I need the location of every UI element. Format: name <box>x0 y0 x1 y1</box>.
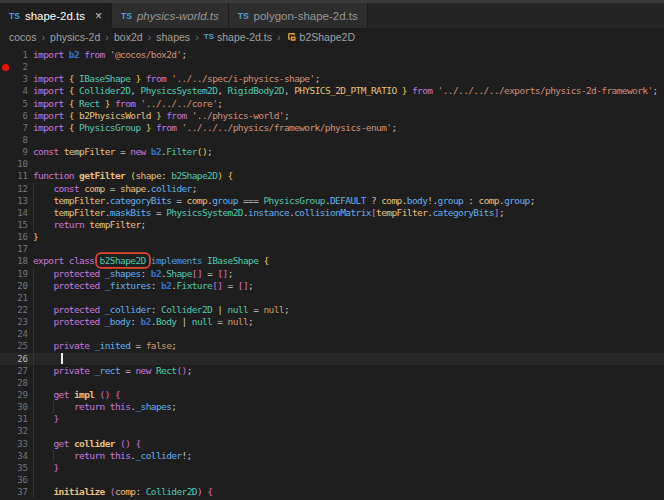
code-line[interactable]: 34 return this._collider!; <box>0 450 664 462</box>
breakpoint-icon[interactable] <box>2 64 9 71</box>
code-line[interactable]: 27 private _rect = new Rect(); <box>0 365 664 377</box>
breakpoint-margin[interactable] <box>0 353 12 365</box>
code-line[interactable]: 13 tempFilter.categoryBits = comp.group … <box>0 195 664 207</box>
code-line[interactable]: 2 <box>0 61 664 73</box>
tab-polygon-shape-2d-ts[interactable]: TSpolygon-shape-2d.ts <box>229 3 368 28</box>
breakpoint-margin[interactable] <box>0 425 12 437</box>
code-token: initialize <box>53 486 104 497</box>
code-token <box>33 365 53 376</box>
breakpoint-margin[interactable] <box>0 280 12 292</box>
breakpoint-margin[interactable] <box>0 486 12 498</box>
code-line[interactable]: 5import { Rect } from '../../../core'; <box>0 98 664 110</box>
breakpoint-margin[interactable] <box>0 268 12 280</box>
code-line[interactable]: 4import { Collider2D, PhysicsSystem2D, R… <box>0 85 664 97</box>
code-line[interactable]: 35 } <box>0 462 664 474</box>
code-token: PhysicsGroup <box>263 195 324 206</box>
breadcrumb-item-shapes[interactable]: shapes <box>156 31 190 43</box>
breakpoint-margin[interactable] <box>0 73 12 85</box>
breakpoint-margin[interactable] <box>0 49 12 61</box>
code-line[interactable]: 28 <box>0 377 664 389</box>
breakpoint-margin[interactable] <box>0 170 12 182</box>
breakpoint-margin[interactable] <box>0 231 12 243</box>
breakpoint-margin[interactable] <box>0 340 12 352</box>
code-line[interactable]: 33 get collider () { <box>0 438 664 450</box>
breakpoint-margin[interactable] <box>0 158 12 170</box>
code-token: IBaseShape <box>207 255 258 266</box>
code-token <box>33 219 53 230</box>
breakpoint-margin[interactable] <box>0 389 12 401</box>
breakpoint-margin[interactable] <box>0 122 12 134</box>
breadcrumb-item-cocos[interactable]: cocos <box>9 31 36 43</box>
breakpoint-margin[interactable] <box>0 134 12 146</box>
breakpoint-margin[interactable] <box>0 243 12 255</box>
breadcrumb-item-physics-2d[interactable]: physics-2d <box>50 31 100 43</box>
indent-guide <box>33 316 34 328</box>
code-line[interactable]: 32 <box>0 425 664 437</box>
code-token: maskBits <box>110 207 151 218</box>
code-line[interactable]: 10 <box>0 158 664 170</box>
code-line[interactable]: 11function getFilter (shape: b2Shape2D) … <box>0 170 664 182</box>
breakpoint-margin[interactable] <box>0 255 12 267</box>
breakpoint-margin[interactable] <box>0 183 12 195</box>
code-line[interactable]: 37 initialize (comp: Collider2D) { <box>0 486 664 498</box>
code-line[interactable]: 26 <box>0 353 664 365</box>
breakpoint-margin[interactable] <box>0 438 12 450</box>
code-line[interactable]: 36 <box>0 474 664 486</box>
code-line[interactable]: 19 protected _shapes: b2.Shape[] = []; <box>0 268 664 280</box>
breakpoint-margin[interactable] <box>0 98 12 110</box>
breadcrumb-item-box2d[interactable]: box2d <box>114 31 143 43</box>
close-icon[interactable]: × <box>95 10 102 22</box>
code-line[interactable]: 3import { IBaseShape } from '../../spec/… <box>0 73 664 85</box>
code-editor[interactable]: 1import b2 from '@cocos/box2d';23import … <box>0 45 664 500</box>
breakpoint-margin[interactable] <box>0 207 12 219</box>
code-token: b2Shape2D <box>171 170 217 181</box>
code-line[interactable]: 9const tempFilter = new b2.Filter(); <box>0 146 664 158</box>
code-line[interactable]: 22 protected _collider: Collider2D | nul… <box>0 304 664 316</box>
code-line[interactable]: 6import { b2PhysicsWorld } from '../phys… <box>0 110 664 122</box>
code-line[interactable]: 7import { PhysicsGroup } from '../../../… <box>0 122 664 134</box>
code-token: comp <box>187 195 207 206</box>
tab-physics-world-ts[interactable]: TSphysics-world.ts <box>112 3 229 28</box>
breakpoint-margin[interactable] <box>0 377 12 389</box>
code-line[interactable]: 30 return this._shapes; <box>0 401 664 413</box>
breakpoint-margin[interactable] <box>0 85 12 97</box>
breakpoint-margin[interactable] <box>0 110 12 122</box>
breakpoint-margin[interactable] <box>0 328 12 340</box>
code-line[interactable]: 1import b2 from '@cocos/box2d'; <box>0 49 664 61</box>
breakpoint-margin[interactable] <box>0 61 12 73</box>
breakpoint-margin[interactable] <box>0 195 12 207</box>
breakpoint-margin[interactable] <box>0 365 12 377</box>
code-token <box>33 413 53 424</box>
breadcrumb-item-shape-2d-ts[interactable]: TSshape-2d.ts <box>204 31 272 43</box>
breadcrumb-item-b2Shape2D[interactable]: b2Shape2D <box>286 31 355 43</box>
breakpoint-margin[interactable] <box>0 304 12 316</box>
breakpoint-margin[interactable] <box>0 146 12 158</box>
code-line[interactable]: 8 <box>0 134 664 146</box>
code-token <box>33 195 53 206</box>
code-line[interactable]: 25 private _inited = false; <box>0 340 664 352</box>
code-line[interactable]: 24 <box>0 328 664 340</box>
code-line[interactable]: 31 } <box>0 413 664 425</box>
code-line[interactable]: 21 <box>0 292 664 304</box>
breakpoint-margin[interactable] <box>0 474 12 486</box>
code-line[interactable]: 15 return tempFilter; <box>0 219 664 231</box>
breakpoint-margin[interactable] <box>0 462 12 474</box>
breakpoint-margin[interactable] <box>0 413 12 425</box>
code-line[interactable]: 20 protected _fixtures: b2.Fixture[] = [… <box>0 280 664 292</box>
code-line[interactable]: 16} <box>0 231 664 243</box>
tab-shape-2d-ts[interactable]: TSshape-2d.ts× <box>0 3 112 28</box>
code-line[interactable]: 23 protected _body: b2.Body | null = nul… <box>0 316 664 328</box>
code-line-content: initialize (comp: Collider2D) { <box>33 486 664 498</box>
code-line[interactable]: 12 const comp = shape.collider; <box>0 183 664 195</box>
line-number: 26 <box>12 353 28 365</box>
code-token: '../../spec/i-physics-shape' <box>171 73 314 84</box>
breakpoint-margin[interactable] <box>0 401 12 413</box>
code-line[interactable]: 14 tempFilter.maskBits = PhysicsSystem2D… <box>0 207 664 219</box>
code-line[interactable]: 29 get impl () { <box>0 389 664 401</box>
code-line[interactable]: 18export class b2Shape2D implements IBas… <box>0 255 664 267</box>
breakpoint-margin[interactable] <box>0 292 12 304</box>
breakpoint-margin[interactable] <box>0 316 12 328</box>
indent-guide <box>33 365 34 377</box>
breakpoint-margin[interactable] <box>0 219 12 231</box>
breakpoint-margin[interactable] <box>0 450 12 462</box>
